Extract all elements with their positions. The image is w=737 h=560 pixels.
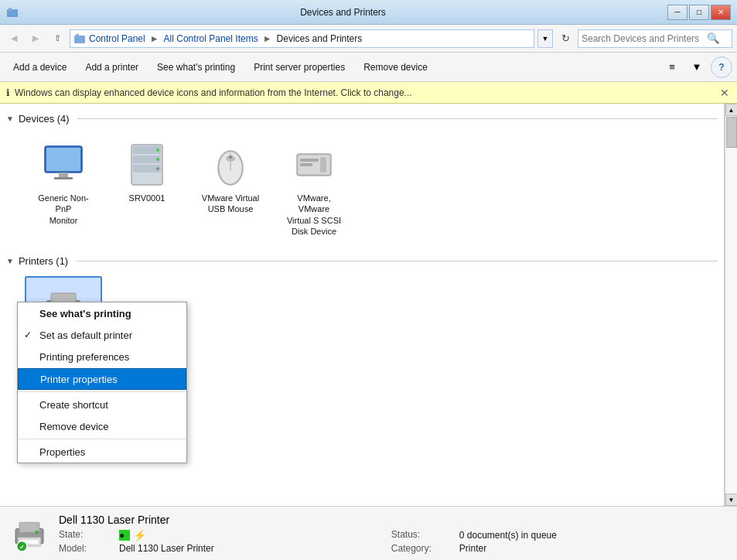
state-label: State: xyxy=(59,529,113,541)
status-details: Dell 1130 Laser Printer State: ● ⚡ Statu… xyxy=(59,514,728,554)
toolbar: Add a device Add a printer See what's pr… xyxy=(0,53,737,82)
disk-icon xyxy=(289,140,339,190)
state-value: ● ⚡ xyxy=(119,529,385,541)
svg-text:✓: ✓ xyxy=(19,543,25,550)
toolbar-right: ≡ ▼ ? xyxy=(661,56,732,78)
refresh-button[interactable]: ↻ xyxy=(556,29,575,48)
context-menu-item-remove-device[interactable]: Remove device xyxy=(18,415,186,437)
breadcrumb-current: Devices and Printers xyxy=(277,33,363,44)
context-menu-item-create-shortcut[interactable]: Create shortcut xyxy=(18,394,186,415)
category-label: Category: xyxy=(391,543,453,554)
svg-rect-24 xyxy=(320,157,326,172)
svg-point-14 xyxy=(156,167,159,170)
context-menu-item-printing-prefs[interactable]: Printing preferences xyxy=(18,346,186,367)
state-green-dot: ● xyxy=(119,530,130,541)
scroll-up-button[interactable]: ▲ xyxy=(725,104,738,116)
svg-rect-23 xyxy=(300,163,312,166)
context-menu-separator-2 xyxy=(18,439,186,439)
monitor-icon xyxy=(39,140,88,190)
svg-rect-22 xyxy=(300,159,319,162)
svg-rect-6 xyxy=(59,172,68,177)
mouse-label: VMware VirtualUSB Mouse xyxy=(202,193,259,215)
devices-section-header[interactable]: ▼ Devices (4) xyxy=(6,110,718,128)
scroll-track[interactable] xyxy=(725,116,737,493)
add-printer-button[interactable]: Add a printer xyxy=(77,56,147,79)
state-lightning-icon: ⚡ xyxy=(133,529,146,541)
window-title: Devices and Printers xyxy=(19,7,667,18)
print-server-properties-button[interactable]: Print server properties xyxy=(245,56,353,79)
devices-section-label: Devices (4) xyxy=(19,113,70,125)
view-options-button[interactable]: ≡ xyxy=(661,56,683,78)
printers-section-line xyxy=(76,261,718,261)
svg-rect-1 xyxy=(9,8,12,11)
breadcrumb-sep-1: ► xyxy=(150,33,159,44)
device-item-server[interactable]: SRV0001 xyxy=(108,134,186,210)
info-close-button[interactable]: ✕ xyxy=(718,87,731,99)
add-device-button[interactable]: Add a device xyxy=(5,56,75,79)
status-value: 0 document(s) in queue xyxy=(459,529,728,541)
properties-menu-label: Properties xyxy=(39,446,85,458)
device-item-monitor[interactable]: Generic Non-PnPMonitor xyxy=(25,134,102,232)
info-bar: ℹ Windows can display enhanced device ic… xyxy=(0,82,737,104)
status-info-grid: State: ● ⚡ Status: 0 document(s) in queu… xyxy=(59,529,728,554)
search-button[interactable]: 🔍 xyxy=(705,31,721,46)
server-icon xyxy=(122,140,172,190)
scroll-down-button[interactable]: ▼ xyxy=(725,493,738,506)
device-item-mouse[interactable]: VMware VirtualUSB Mouse xyxy=(192,134,269,221)
svg-rect-7 xyxy=(54,177,73,179)
printers-collapse-icon: ▼ xyxy=(6,257,14,265)
svg-rect-3 xyxy=(76,34,79,37)
context-menu-item-set-default[interactable]: ✓ Set as default printer xyxy=(18,324,186,346)
scroll-thumb[interactable] xyxy=(726,117,737,148)
model-label: Model: xyxy=(59,543,113,554)
devices-section-line xyxy=(77,118,718,119)
context-menu-item-properties[interactable]: Properties xyxy=(18,441,186,463)
remove-device-label: Remove device xyxy=(363,62,428,73)
remove-device-button[interactable]: Remove device xyxy=(355,56,436,79)
printing-prefs-menu-label: Printing preferences xyxy=(39,351,129,363)
add-device-label: Add a device xyxy=(13,62,67,73)
view-dropdown-button[interactable]: ▼ xyxy=(686,56,708,78)
minimize-button[interactable]: ─ xyxy=(667,5,688,20)
see-whats-printing-button[interactable]: See what's printing xyxy=(148,56,244,79)
address-dropdown[interactable]: ▼ xyxy=(537,29,553,48)
category-value: Printer xyxy=(459,543,728,554)
status-bar: ✓ Dell 1130 Laser Printer State: ● ⚡ Sta… xyxy=(0,506,737,560)
info-message[interactable]: Windows can display enhanced device icon… xyxy=(15,87,412,98)
svg-point-13 xyxy=(156,158,159,161)
breadcrumb-item-allcp[interactable]: All Control Panel Items xyxy=(164,33,258,44)
context-menu-separator-1 xyxy=(18,391,186,392)
up-button[interactable]: ⇧ xyxy=(48,29,67,48)
set-default-menu-label: Set as default printer xyxy=(39,330,132,341)
window-controls: ─ □ ✕ xyxy=(667,5,731,20)
breadcrumb-item-cp[interactable]: Control Panel xyxy=(89,33,145,44)
see-printing-menu-label: See what's printing xyxy=(39,308,131,319)
mouse-icon xyxy=(206,140,255,190)
printer-props-menu-label: Printer properties xyxy=(40,374,118,385)
device-item-disk[interactable]: VMware, VMwareVirtual S SCSIDisk Device xyxy=(275,134,353,243)
breadcrumb-folder-icon xyxy=(73,32,86,45)
forward-button[interactable]: ▶ xyxy=(26,29,45,48)
search-box: 🔍 xyxy=(578,29,732,48)
breadcrumb-sep-2: ► xyxy=(263,33,272,44)
devices-collapse-icon: ▼ xyxy=(6,114,14,123)
address-bar: ◀ ▶ ⇧ Control Panel ► All Control Panel … xyxy=(0,25,737,53)
context-menu-item-see-printing[interactable]: See what's printing xyxy=(18,302,186,324)
svg-point-47 xyxy=(35,530,39,534)
disk-label: VMware, VMwareVirtual S SCSIDisk Device xyxy=(281,193,346,237)
add-printer-label: Add a printer xyxy=(85,62,138,73)
context-menu: See what's printing ✓ Set as default pri… xyxy=(17,302,187,463)
create-shortcut-menu-label: Create shortcut xyxy=(39,399,108,411)
server-label: SRV0001 xyxy=(129,193,165,203)
search-input[interactable] xyxy=(582,33,705,44)
context-menu-item-printer-props[interactable]: Printer properties xyxy=(18,368,186,390)
close-button[interactable]: ✕ xyxy=(711,5,731,20)
maximize-button[interactable]: □ xyxy=(689,5,709,20)
breadcrumb: Control Panel ► All Control Panel Items … xyxy=(70,29,534,48)
back-button[interactable]: ◀ xyxy=(5,29,23,48)
monitor-label: Generic Non-PnPMonitor xyxy=(31,193,96,226)
printers-section-label: Printers (1) xyxy=(19,255,68,267)
printers-section-header[interactable]: ▼ Printers (1) xyxy=(6,252,718,270)
check-mark-icon: ✓ xyxy=(24,330,32,340)
help-button[interactable]: ? xyxy=(711,56,732,78)
